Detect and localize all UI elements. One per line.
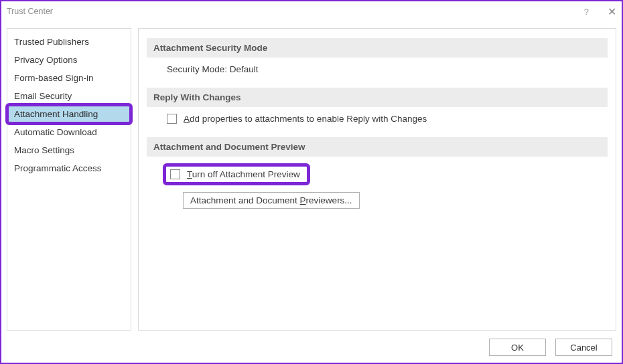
cancel-button[interactable]: Cancel [555,339,612,356]
dialog-footer: OK Cancel [489,339,612,356]
ok-button[interactable]: OK [489,339,546,356]
checkbox-label-add-properties: Add properties to attachments to enable … [184,114,427,124]
section-header-attachment-preview: Attachment and Document Preview [147,137,608,157]
section-header-reply-with-changes: Reply With Changes [147,88,608,107]
sidebar-item-email-security[interactable]: Email Security [7,87,131,105]
section-header-attachment-security-mode: Attachment Security Mode [147,38,608,58]
sidebar-item-privacy-options[interactable]: Privacy Options [7,51,131,69]
sidebar-item-macro-settings[interactable]: Macro Settings [7,141,131,159]
checkbox-add-properties[interactable]: Add properties to attachments to enable … [167,114,601,124]
sidebar: Trusted Publishers Privacy Options Form-… [7,28,131,331]
sidebar-item-programmatic-access[interactable]: Programmatic Access [7,159,131,177]
security-mode-value: Security Mode: Default [147,58,608,86]
body-area: Trusted Publishers Privacy Options Form-… [7,28,616,331]
titlebar-controls: ? ✕ [584,5,616,18]
sidebar-item-automatic-download[interactable]: Automatic Download [7,123,131,141]
checkbox-turn-off-attachment-preview[interactable]: Turn off Attachment Preview [163,163,310,185]
close-icon[interactable]: ✕ [608,5,616,18]
sidebar-item-attachment-handling[interactable]: Attachment Handling [7,105,131,123]
titlebar: Trust Center ? ✕ [1,1,622,21]
checkbox-box-icon [167,114,177,124]
help-icon[interactable]: ? [584,7,589,17]
checkbox-box-icon [170,169,180,179]
trust-center-window: Trust Center ? ✕ Trusted Publishers Priv… [0,0,623,364]
sidebar-item-form-based-sign-in[interactable]: Form-based Sign-in [7,69,131,87]
checkbox-label-turn-off-preview: Turn off Attachment Preview [187,169,300,179]
previewers-button[interactable]: Attachment and Document Previewers... [183,192,360,209]
content-panel: Attachment Security Mode Security Mode: … [138,28,616,331]
sidebar-item-trusted-publishers[interactable]: Trusted Publishers [7,33,131,51]
window-title: Trust Center [7,7,53,16]
